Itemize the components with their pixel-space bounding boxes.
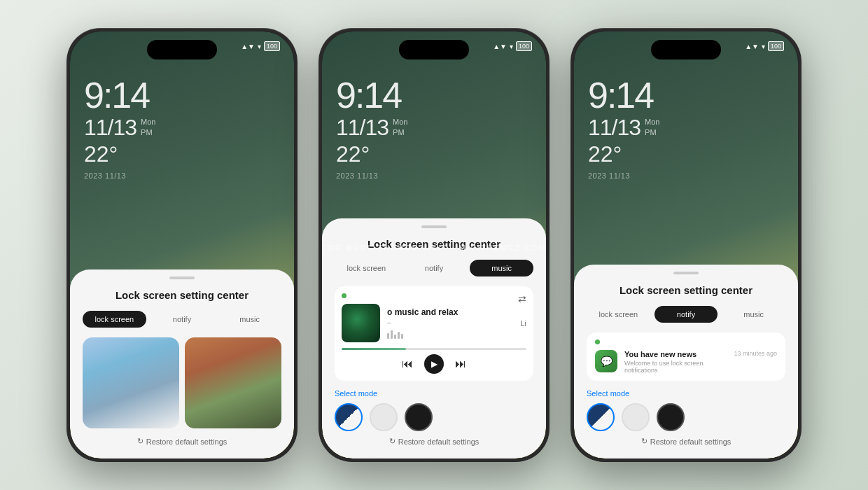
restore-label-2: Restore default settings <box>398 438 479 446</box>
date-display-2: 11/13 Mon PM <box>336 116 407 139</box>
restore-btn-1[interactable]: ↻ Restore default settings <box>83 437 281 446</box>
temp-2: 22° <box>336 141 407 167</box>
mode-auto-3[interactable] <box>587 403 615 431</box>
tab-notify-1[interactable]: notify <box>150 311 214 328</box>
phone-screen-2: ▲▼ ▾ 100 9:14 11/13 Mon PM 22° <box>322 31 546 458</box>
status-icons-2: ▲▼ ▾ 100 <box>493 41 532 51</box>
notification-card: 💬 You have new news Welcome to use lock … <box>587 332 785 381</box>
sheet-handle-1[interactable] <box>169 276 195 279</box>
signal-icon-1: ▲▼ <box>241 43 255 50</box>
eq-bars <box>387 330 513 339</box>
music-info: o music and relax – <box>387 307 513 339</box>
dynamic-island-2 <box>399 40 469 59</box>
battery-icon-2: 100 <box>516 41 532 51</box>
phone-2: ▲▼ ▾ 100 9:14 11/13 Mon PM 22° <box>318 28 550 462</box>
mode-dark-3[interactable] <box>657 403 685 431</box>
next-button[interactable]: ⏭ <box>455 358 466 370</box>
mode-options-3 <box>587 403 785 431</box>
playback-controls: ⏮ ▶ ⏭ <box>342 354 526 374</box>
mode-options-2 <box>335 403 533 431</box>
tab-lock-screen-1[interactable]: lock screen <box>83 311 146 328</box>
restore-icon-1: ↻ <box>137 437 144 446</box>
sheet-handle-3[interactable] <box>673 272 699 274</box>
full-date-3: 2023 11/13 <box>588 172 659 180</box>
like-button[interactable]: Li <box>520 319 526 328</box>
music-content: o music and relax – <box>342 304 526 342</box>
battery-icon-1: 100 <box>264 41 280 51</box>
tab-lock-screen-3[interactable]: lock screen <box>587 306 650 323</box>
wallpaper-thumb-1[interactable] <box>83 337 179 428</box>
tab-music-2[interactable]: music <box>470 260 533 276</box>
lock-time-3: 9:14 11/13 Mon PM 22° 2023 11/13 <box>588 77 659 180</box>
day-period-1: Mon PM <box>141 116 155 137</box>
restore-label-3: Restore default settings <box>650 438 732 446</box>
wallpaper-grid-1 <box>83 337 281 428</box>
restore-btn-3[interactable]: ↻ Restore default settings <box>587 437 785 446</box>
mode-light-2[interactable] <box>370 403 398 431</box>
bottom-sheet-2: Lock screen setting center lock screen n… <box>322 218 546 458</box>
status-icons-3: ▲▼ ▾ 100 <box>745 41 784 51</box>
tab-notify-3[interactable]: notify <box>654 306 718 323</box>
tab-bar-3: lock screen notify music <box>587 306 785 323</box>
eq-bar-2 <box>391 330 393 339</box>
phone-1: ▲▼ ▾ 100 9:14 11/13 Mon PM 22° <box>66 28 298 462</box>
signal-icon-3: ▲▼ <box>745 43 759 50</box>
tab-bar-1: lock screen notify music <box>83 311 281 328</box>
time-display-1: 9:14 <box>84 77 155 113</box>
notif-app-icon: 💬 <box>595 350 617 372</box>
tab-music-1[interactable]: music <box>218 311 281 328</box>
sheet-title-2: Lock screen setting center <box>335 238 533 250</box>
mode-auto-2[interactable] <box>335 403 363 431</box>
notif-time: 13 minutes ago <box>734 350 777 357</box>
wifi-icon-2: ▾ <box>510 43 513 50</box>
period-2: PM <box>393 127 407 137</box>
transfer-icon[interactable]: ⇄ <box>518 293 526 304</box>
notif-subtitle: Welcome to use lock screen notifications <box>624 360 727 374</box>
eq-bar-3 <box>394 335 396 339</box>
play-button[interactable]: ▶ <box>424 354 444 374</box>
album-art <box>342 304 380 342</box>
restore-icon-3: ↻ <box>641 437 648 446</box>
music-title: o music and relax <box>387 307 513 317</box>
screen-2: ▲▼ ▾ 100 9:14 11/13 Mon PM 22° <box>322 31 546 458</box>
eq-bar-1 <box>387 333 389 339</box>
date-numbers-3: 11/13 <box>588 116 640 139</box>
screen-1: ▲▼ ▾ 100 9:14 11/13 Mon PM 22° <box>70 31 294 458</box>
music-artist: – <box>387 318 513 326</box>
full-date-1: 2023 11/13 <box>84 172 155 180</box>
phone-frame-1: ▲▼ ▾ 100 9:14 11/13 Mon PM 22° <box>66 28 298 462</box>
date-numbers-2: 11/13 <box>336 116 388 139</box>
sheet-handle-2[interactable] <box>421 225 447 228</box>
sheet-title-3: Lock screen setting center <box>587 284 785 296</box>
music-active-dot <box>342 293 346 298</box>
phone-screen-1: ▲▼ ▾ 100 9:14 11/13 Mon PM 22° <box>70 31 294 458</box>
status-icons-1: ▲▼ ▾ 100 <box>241 41 280 51</box>
phone-frame-2: ▲▼ ▾ 100 9:14 11/13 Mon PM 22° <box>318 28 550 462</box>
wallpaper-thumb-2[interactable] <box>185 337 281 428</box>
prev-button[interactable]: ⏮ <box>402 358 413 370</box>
mode-light-3[interactable] <box>622 403 650 431</box>
screen-3: ▲▼ ▾ 100 9:14 11/13 Mon PM 22° <box>574 31 798 458</box>
mode-dark-2[interactable] <box>405 403 433 431</box>
eq-bar-5 <box>401 334 403 339</box>
tab-music-3[interactable]: music <box>722 306 785 323</box>
day-period-2: Mon PM <box>393 116 407 137</box>
progress-fill <box>342 348 406 350</box>
select-mode-section-3: Select mode <box>587 389 785 431</box>
lock-time-2: 9:14 11/13 Mon PM 22° 2023 11/13 <box>336 77 407 180</box>
restore-btn-2[interactable]: ↻ Restore default settings <box>335 437 533 446</box>
dynamic-island-3 <box>651 40 721 59</box>
wifi-icon-1: ▾ <box>258 43 261 50</box>
tab-notify-2[interactable]: notify <box>402 260 466 276</box>
lock-time-1: 9:14 11/13 Mon PM 22° 2023 11/13 <box>84 77 155 180</box>
temp-3: 22° <box>588 141 659 167</box>
time-display-3: 9:14 <box>588 77 659 113</box>
progress-track[interactable] <box>342 348 526 350</box>
date-display-3: 11/13 Mon PM <box>588 116 659 139</box>
period-3: PM <box>645 127 659 137</box>
eq-bar-4 <box>398 332 400 339</box>
music-controls-right: Li <box>520 319 526 328</box>
notif-text: You have new news Welcome to use lock sc… <box>624 350 727 374</box>
restore-icon-2: ↻ <box>389 437 396 446</box>
tab-lock-screen-2[interactable]: lock screen <box>335 260 398 276</box>
